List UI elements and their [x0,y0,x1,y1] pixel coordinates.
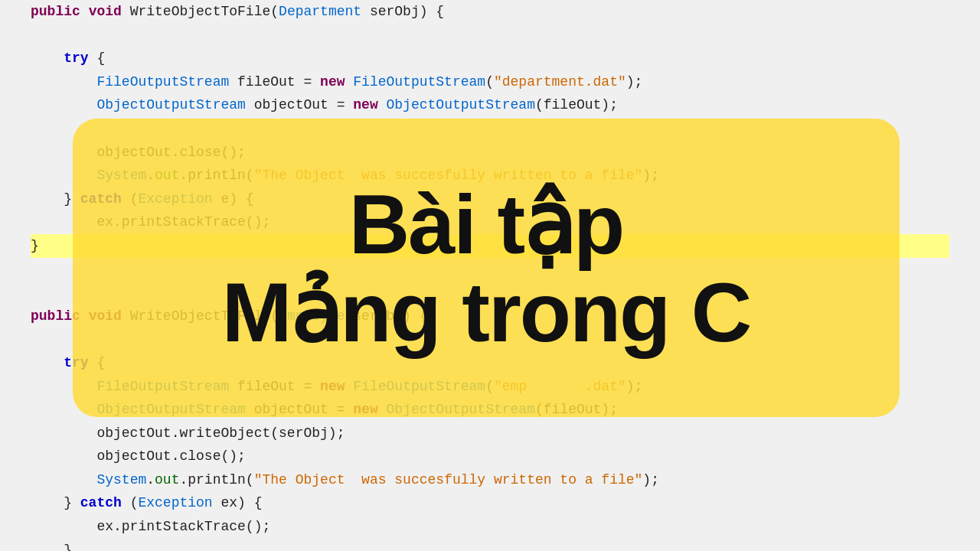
title-line2: Mảng trong C [222,268,751,357]
main-container: public void WriteObjectToFile(Department… [0,0,980,551]
title-overlay: Bài tập Mảng trong C [73,119,900,417]
title-line1: Bài tập [349,180,624,269]
